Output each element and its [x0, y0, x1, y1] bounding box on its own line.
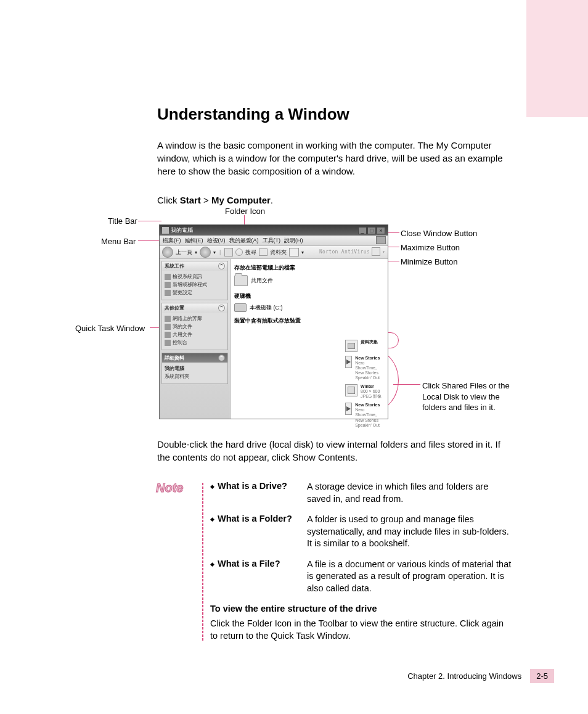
sidebar-label: 網路上的芳鄰 [173, 315, 202, 322]
details-label: 系統資料夾 [165, 373, 189, 380]
bullet-icon: ◆ [210, 514, 218, 550]
sidebar-label: 共用文件 [173, 331, 192, 338]
click-gt: > [201, 195, 211, 205]
panel-system-tasks: 系統工作⌃ 檢視系統資訊 新增或移除程式 變更設定 [161, 261, 228, 300]
sidebar-item[interactable]: 網路上的芳鄰 [165, 314, 225, 322]
details-line: 我的電腦 [165, 364, 225, 372]
panel-title: 其他位置 [165, 305, 184, 311]
panel-other-places: 其他位置⌃ 網路上的芳鄰 我的文件 共用文件 控制台 [161, 303, 228, 350]
up-icon[interactable] [224, 248, 233, 256]
chapter-label: Chapter 2. Introducing Windows [407, 671, 521, 681]
definition-desc: A folder is used to group and manage fil… [307, 514, 513, 550]
controlpanel-icon [165, 340, 171, 346]
note-block: Note ◆ What is a Drive? A storage device… [156, 481, 513, 642]
intro-paragraph: A window is the basic component in worki… [157, 139, 515, 178]
minimize-button[interactable]: _ [358, 227, 367, 234]
close-button[interactable]: × [377, 227, 385, 234]
back-button[interactable] [162, 247, 173, 258]
maximize-button[interactable]: □ [367, 227, 376, 234]
bullet-icon: ◆ [210, 559, 218, 595]
local-disk[interactable]: 本機磁碟 (C:) [234, 303, 384, 312]
image-icon [345, 384, 357, 396]
menu-file[interactable]: 檔案(F) [163, 237, 181, 245]
back-label: 上一頁 [176, 248, 192, 256]
info-icon [165, 274, 171, 280]
window-icon [162, 227, 169, 234]
definition-desc: A file is a document or various kinds of… [307, 559, 513, 595]
network-icon [165, 316, 171, 322]
sidebar-item[interactable]: 控制台 [165, 339, 225, 347]
media-icon [345, 356, 352, 368]
file-sub: Nero ShowTime, New Stories Speakin' Out [355, 361, 384, 380]
definition-row: ◆ What is a File? A file is a document o… [210, 559, 513, 595]
collapse-icon[interactable]: ⌃ [218, 263, 225, 269]
forward-button[interactable] [200, 247, 211, 258]
sidebar-item[interactable]: 共用文件 [165, 330, 225, 339]
menu-favorites[interactable]: 我的最愛(A) [229, 237, 259, 245]
file-item[interactable]: Winter800 × 600 JPEG 影像 [345, 384, 384, 399]
shared-folder[interactable]: 共用文件 [234, 275, 384, 286]
details-line: 系統資料夾 [165, 372, 225, 380]
toolbar: 上一頁 ▾ ▾ | 搜尋 資料夾 ▾ Norton AntiVirus ▾ [160, 245, 388, 259]
toolbar-folders[interactable]: 資料夾 [270, 248, 287, 256]
file-name: New Stories [355, 403, 384, 408]
structure-text: Click the Folder Icon in the Toolbar to … [210, 617, 513, 642]
norton-icon[interactable] [372, 247, 380, 256]
file-name: New Stories [355, 356, 384, 361]
click-mycomputer: My Computer [211, 195, 271, 205]
menu-help[interactable]: 說明(H) [284, 237, 303, 245]
click-suffix: . [271, 195, 273, 205]
sidebar-item[interactable]: 檢視系統資訊 [165, 273, 225, 281]
callout-min: Minimize Button [401, 257, 457, 266]
search-icon[interactable] [235, 248, 243, 256]
settings-icon [165, 290, 171, 296]
callout-quick-task: Quick Task Window [75, 324, 145, 333]
toolbar-search[interactable]: 搜尋 [245, 248, 256, 256]
sidebar-label: 新增或移除程式 [173, 281, 207, 288]
sidebar-label: 控制台 [173, 339, 187, 346]
menu-edit[interactable]: 編輯(E) [185, 237, 203, 245]
file-item[interactable]: New StoriesNero ShowTime, New Stories Sp… [345, 403, 384, 427]
callout-max: Maximize Button [401, 243, 460, 252]
mydocs-icon [165, 324, 171, 330]
file-item[interactable]: 資料夾集 [345, 340, 384, 352]
structure-heading: To view the entire structure of the driv… [210, 604, 513, 613]
folder-group-icon [345, 340, 357, 352]
file-sub: Nero ShowTime, New Stories Speakin' Out [355, 408, 384, 427]
definition-term: What is a Drive? [218, 481, 307, 505]
section-header: 存放在這部電腦上的檔案 [234, 264, 384, 272]
section-header: 裝置中含有抽取式存放裝置 [234, 317, 384, 325]
click-start: Start [180, 195, 201, 205]
click-prefix: Click [157, 195, 180, 205]
sidebar-item[interactable]: 新增或移除程式 [165, 281, 225, 289]
after-paragraph: Double-click the hard drive (local disk)… [157, 438, 515, 464]
page-heading: Understanding a Window [157, 105, 515, 124]
folder-label: 共用文件 [251, 277, 273, 285]
disk-label: 本機磁碟 (C:) [250, 304, 283, 312]
file-item[interactable]: New StoriesNero ShowTime, New Stories Sp… [345, 356, 384, 380]
collapse-icon[interactable]: ⌃ [218, 355, 225, 361]
add-remove-icon [165, 282, 171, 288]
sidebar-item[interactable]: 變更設定 [165, 289, 225, 297]
panel-details: 詳細資料⌃ 我的電腦 系統資料夾 [161, 353, 228, 384]
folder-icon[interactable] [259, 248, 267, 256]
callout-shared-hint: Click Shared Files or the Local Disk to … [422, 380, 521, 413]
lead-line [138, 221, 161, 221]
sidebar-item[interactable]: 我的文件 [165, 322, 225, 330]
definition-term: What is a File? [218, 559, 307, 595]
sidebar-label: 變更設定 [173, 289, 192, 296]
file-sub: 800 × 600 JPEG 影像 [361, 389, 382, 399]
views-button[interactable] [289, 248, 299, 256]
panel-title: 系統工作 [165, 263, 184, 269]
callout-title-bar: Title Bar [108, 216, 137, 226]
dotted-divider [202, 482, 204, 642]
chapter-tab [526, 0, 588, 117]
mycomputer-window: 我的電腦 _ □ × 檔案(F) 編輯(E) 檢視(V) 我的最愛(A) 工具(… [159, 224, 388, 419]
menu-tools[interactable]: 工具(T) [263, 237, 281, 245]
window-diagram: Folder Icon Title Bar Menu Bar Quick Tas… [86, 207, 542, 429]
callout-close: Close Window Button [401, 229, 477, 238]
collapse-icon[interactable]: ⌃ [218, 305, 225, 311]
menu-view[interactable]: 檢視(V) [207, 237, 226, 245]
shared-icon [165, 332, 171, 338]
windows-logo-icon [376, 236, 386, 244]
